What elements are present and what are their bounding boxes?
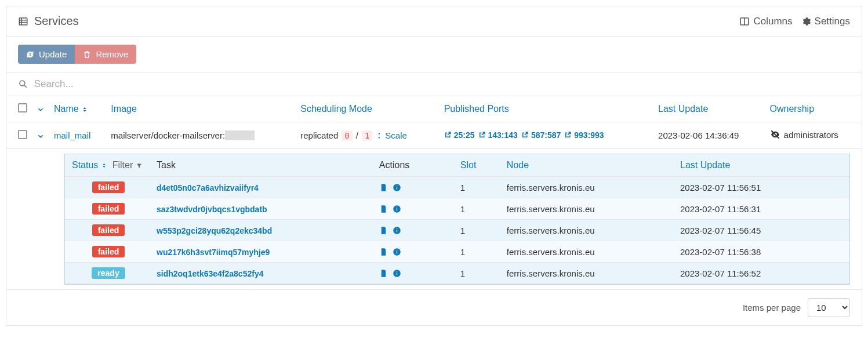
items-per-page-select[interactable]: 10 — [808, 298, 850, 317]
sort-icon — [101, 162, 107, 169]
svg-rect-0 — [19, 18, 27, 25]
logs-icon[interactable] — [379, 183, 388, 192]
task-link[interactable]: wu217k6h3svt7iimq57myhje9 — [157, 248, 270, 257]
select-all-checkbox[interactable] — [18, 103, 27, 112]
logs-icon[interactable] — [379, 248, 388, 256]
list-icon — [18, 16, 28, 27]
tasks-subrow: Status Filter Task Actions Slot Node Las… — [6, 149, 862, 290]
service-last-update: 2023-02-06 14:36:49 — [653, 122, 765, 149]
expand-row-toggle[interactable] — [37, 130, 45, 140]
svg-rect-16 — [397, 230, 397, 232]
task-link[interactable]: d4et05n0c7a6avhizvaiifyr4 — [157, 183, 259, 192]
service-image: mailserver/docker-mailserver:xx — [106, 122, 296, 149]
task-row: failedd4et05n0c7a6avhizvaiifyr41ferris.s… — [65, 177, 849, 198]
task-last-update: 2023-02-07 11:56:38 — [675, 241, 849, 263]
external-link-icon — [478, 131, 486, 139]
svg-rect-19 — [397, 251, 397, 253]
update-label: Update — [39, 49, 67, 59]
panel-header: Services Columns Settings — [6, 6, 862, 37]
info-icon[interactable] — [393, 183, 401, 192]
tasks-table: Status Filter Task Actions Slot Node Las… — [65, 154, 849, 284]
settings-button[interactable]: Settings — [801, 16, 850, 27]
scale-button[interactable]: Scale — [376, 130, 407, 140]
col-image[interactable]: Image — [106, 96, 296, 122]
svg-rect-17 — [397, 228, 397, 228]
page-title-text: Services — [34, 14, 79, 28]
task-last-update: 2023-02-07 11:56:45 — [675, 220, 849, 241]
task-node: ferris.servers.kronis.eu — [502, 241, 675, 263]
svg-rect-20 — [397, 249, 397, 250]
row-checkbox[interactable] — [18, 130, 27, 139]
settings-label: Settings — [815, 16, 850, 27]
task-last-update: 2023-02-07 11:56:52 — [675, 263, 849, 284]
port-link[interactable]: 587:587 — [521, 130, 561, 140]
svg-line-7 — [24, 85, 27, 88]
logs-icon[interactable] — [379, 226, 388, 235]
service-name-link[interactable]: mail_mail — [54, 130, 90, 140]
port-link[interactable]: 143:143 — [478, 130, 518, 140]
filter-icon — [136, 162, 143, 169]
status-badge: ready — [92, 267, 125, 279]
search-input[interactable] — [34, 78, 850, 90]
task-link[interactable]: sidh2oq1etk63e4f2a8c52fy4 — [157, 269, 263, 278]
update-button[interactable]: Update — [18, 45, 75, 64]
logs-icon[interactable] — [379, 205, 388, 213]
chevron-down-icon — [37, 132, 45, 140]
col-slot[interactable]: Slot — [456, 154, 502, 177]
logs-icon[interactable] — [379, 269, 388, 278]
service-ports: 25:25 143:143 587:587 993:993 — [440, 122, 653, 149]
task-node: ferris.servers.kronis.eu — [502, 177, 675, 198]
info-icon[interactable] — [393, 248, 401, 256]
pagination-footer: Items per page 10 — [6, 290, 862, 325]
info-icon[interactable] — [393, 269, 401, 278]
service-scheduling: replicated 0 / 1 Scale — [296, 122, 439, 149]
refresh-icon — [26, 50, 34, 59]
filter-label[interactable]: Filter — [112, 160, 133, 170]
col-status[interactable]: Status Filter — [65, 154, 152, 177]
svg-rect-11 — [397, 185, 397, 186]
col-scheduling[interactable]: Scheduling Mode — [296, 96, 439, 122]
col-name[interactable]: Name — [49, 96, 106, 122]
scheduling-mode: replicated — [300, 130, 338, 140]
columns-icon — [739, 16, 750, 27]
task-last-update: 2023-02-07 11:56:31 — [675, 198, 849, 220]
svg-rect-22 — [397, 273, 397, 275]
resize-icon — [376, 132, 383, 140]
svg-rect-23 — [397, 271, 397, 271]
col-ownership[interactable]: Ownership — [765, 96, 862, 122]
task-node: ferris.servers.kronis.eu — [502, 198, 675, 220]
svg-rect-10 — [397, 187, 397, 189]
expand-all-toggle[interactable] — [37, 104, 45, 114]
chevron-down-icon — [37, 106, 45, 114]
columns-button[interactable]: Columns — [739, 16, 792, 27]
task-row: failedwu217k6h3svt7iimq57myhje91ferris.s… — [65, 241, 849, 263]
search-icon — [18, 79, 28, 89]
task-node: ferris.servers.kronis.eu — [502, 263, 675, 284]
replicas-target: 1 — [362, 130, 372, 141]
col-task-last-update[interactable]: Last Update — [675, 154, 849, 177]
col-task: Task — [152, 154, 375, 177]
port-link[interactable]: 25:25 — [444, 130, 475, 140]
task-node: ferris.servers.kronis.eu — [502, 220, 675, 241]
status-badge: failed — [92, 246, 125, 257]
svg-point-6 — [20, 81, 25, 86]
remove-button[interactable]: Remove — [75, 45, 136, 64]
col-last-update[interactable]: Last Update — [653, 96, 765, 122]
items-per-page-label: Items per page — [743, 303, 801, 313]
service-row: mail_mail mailserver/docker-mailserver:x… — [6, 122, 862, 149]
services-panel: Services Columns Settings Update Remove — [6, 6, 862, 326]
task-last-update: 2023-02-07 11:56:51 — [675, 177, 849, 198]
gear-icon — [801, 16, 811, 27]
sort-icon — [81, 106, 88, 113]
col-ports[interactable]: Published Ports — [440, 96, 653, 122]
port-link[interactable]: 993:993 — [564, 130, 604, 140]
task-link[interactable]: saz3twdvdr0jvbqcs1vgbdatb — [157, 205, 267, 214]
task-slot: 1 — [456, 241, 502, 263]
col-node[interactable]: Node — [502, 154, 675, 177]
svg-rect-14 — [397, 206, 397, 207]
task-link[interactable]: w553p2gci28yqu62q2ekc34bd — [157, 226, 272, 235]
info-icon[interactable] — [393, 226, 401, 235]
task-slot: 1 — [456, 177, 502, 198]
search-bar — [6, 72, 862, 96]
info-icon[interactable] — [393, 205, 401, 213]
